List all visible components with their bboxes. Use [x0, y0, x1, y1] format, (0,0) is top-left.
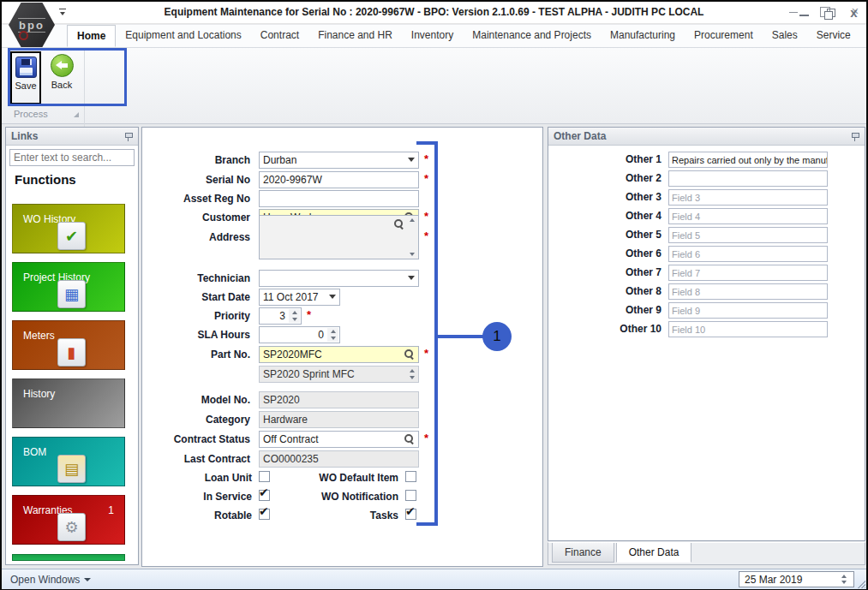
wo-notification-checkbox[interactable]: [405, 490, 416, 501]
field-start-date[interactable]: 11 Oct 2017: [259, 289, 340, 306]
field-asset-reg-no[interactable]: [259, 190, 419, 207]
other-4-field[interactable]: Field 4: [668, 208, 828, 224]
spinner-icons[interactable]: [289, 309, 300, 323]
spin-up-icon[interactable]: [292, 311, 297, 314]
form-row-contract-status: Contract StatusOff Contract*: [142, 430, 542, 448]
lookup-search-icon[interactable]: [404, 433, 415, 444]
other-data-row: Other 8Field 8: [548, 283, 865, 301]
function-button-history[interactable]: History: [12, 378, 125, 428]
other-9-field[interactable]: Field 9: [668, 302, 828, 319]
tab-finance-and-hr[interactable]: Finance and HR: [308, 25, 402, 47]
loan-unit-checkbox[interactable]: [259, 471, 270, 482]
lookup-search-icon[interactable]: [393, 218, 404, 229]
function-button-project-history[interactable]: Project History▦: [12, 262, 125, 312]
field-serial-no[interactable]: 2020-9967W: [259, 171, 419, 188]
field-sla-hours[interactable]: 0: [259, 326, 340, 343]
field-priority[interactable]: 3: [259, 307, 302, 325]
checkbox-row: Rotable✔Tasks✔: [142, 507, 542, 525]
document-close-icon[interactable]: x: [848, 8, 859, 19]
tab-contract[interactable]: Contract: [251, 25, 308, 47]
other-10-field[interactable]: Field 10: [668, 321, 828, 337]
tab-service[interactable]: Service: [807, 25, 860, 47]
function-button-label: Meters: [23, 330, 55, 342]
bpo-logo-text: bpo: [18, 18, 45, 33]
title-bar: Equipment Maintenance for Serial No : 20…: [2, 2, 866, 24]
field-value: 2020-9967W: [263, 174, 415, 186]
pin-icon[interactable]: [124, 132, 133, 141]
wo-default-item-checkbox[interactable]: [405, 471, 416, 482]
function-button-wo-history[interactable]: WO History✔: [12, 204, 125, 253]
chevron-down-icon[interactable]: [329, 295, 336, 299]
scroll-down-icon[interactable]: [410, 253, 415, 256]
tab-other-data[interactable]: Other Data: [616, 543, 692, 563]
last-contract-label: Last Contract: [113, 453, 250, 465]
spin-down-icon[interactable]: [410, 376, 415, 379]
form-row-asset-reg-no: Asset Reg No: [142, 189, 542, 207]
project-history-icon: ▦: [57, 280, 86, 308]
tab-inventory[interactable]: Inventory: [402, 25, 463, 47]
tab-sales[interactable]: Sales: [763, 25, 807, 47]
ribbon-tab-row: HomeEquipment and LocationsContractFinan…: [2, 25, 866, 48]
tab-maintenance-and-projects[interactable]: Maintenance and Projects: [463, 25, 601, 47]
other-5-field[interactable]: Field 5: [668, 227, 828, 243]
back-button[interactable]: Back: [46, 51, 77, 104]
spinner-icons[interactable]: [327, 328, 338, 342]
other-2-field[interactable]: [668, 170, 828, 187]
rotable-checkbox[interactable]: ✔: [259, 509, 270, 520]
memo-scroll-icons[interactable]: [406, 217, 417, 258]
field-value: SP2020 Sprint MFC: [263, 368, 415, 380]
other-7-field[interactable]: Field 7: [668, 265, 828, 281]
document-restore-icon[interactable]: [823, 8, 835, 19]
tab-home[interactable]: Home: [67, 25, 116, 47]
quick-access-dropdown-icon[interactable]: [58, 9, 67, 17]
save-icon: [15, 57, 37, 78]
field-value: Hardware: [263, 414, 415, 426]
open-windows-button[interactable]: Open Windows: [10, 574, 91, 586]
form-row-model-no: Model No.SP2020: [142, 390, 542, 408]
function-button-bom[interactable]: BOM▤: [12, 437, 125, 486]
other-1-field[interactable]: Repairs carried out only by the manuf: [668, 152, 828, 168]
tab-equipment-and-locations[interactable]: Equipment and Locations: [116, 25, 250, 47]
back-icon: [51, 54, 74, 77]
tab-procurement[interactable]: Procurement: [685, 25, 763, 47]
status-date-editor[interactable]: 25 Mar 2019: [739, 571, 854, 587]
function-button-warranties[interactable]: Warranties1⚙: [12, 495, 125, 545]
other-field-placeholder: Field 9: [672, 306, 700, 316]
group-dialog-launcher-icon[interactable]: [74, 112, 79, 117]
field-branch[interactable]: Durban: [259, 152, 419, 169]
save-button[interactable]: Save: [10, 51, 41, 104]
chevron-down-icon[interactable]: [408, 276, 415, 280]
resize-grip[interactable]: [856, 579, 865, 588]
required-marker: *: [424, 229, 428, 242]
scroll-up-icon[interactable]: [410, 218, 415, 222]
annotation-bracket-vertical: [434, 141, 438, 526]
spin-down-icon[interactable]: [331, 337, 336, 340]
window-minimize-icon[interactable]: [787, 5, 799, 17]
document-minimize-icon[interactable]: [799, 8, 810, 19]
field-contract-status[interactable]: Off Contract: [259, 431, 419, 448]
partial-function-button[interactable]: [12, 554, 125, 561]
spin-up-icon[interactable]: [410, 369, 415, 372]
tab-finance[interactable]: Finance: [552, 543, 614, 563]
field-part-no[interactable]: SP2020MFC: [259, 346, 419, 363]
spin-up-icon[interactable]: [331, 330, 336, 333]
spin-down-icon[interactable]: [292, 318, 297, 321]
functions-heading: Functions: [15, 172, 76, 187]
lookup-search-icon[interactable]: [404, 349, 415, 360]
spinner-icons[interactable]: [406, 367, 417, 381]
chevron-down-icon[interactable]: [408, 158, 415, 162]
tasks-checkbox[interactable]: ✔: [405, 509, 416, 520]
tab-reporting[interactable]: Reporting: [860, 25, 868, 47]
date-spinner[interactable]: [840, 573, 848, 586]
field-address[interactable]: [259, 215, 419, 259]
in-service-checkbox[interactable]: ✔: [259, 490, 270, 501]
tab-manufacturing[interactable]: Manufacturing: [601, 25, 685, 47]
field-technician[interactable]: [259, 270, 419, 287]
other-data-row: Other 2: [548, 170, 865, 188]
other-3-field[interactable]: Field 3: [668, 189, 828, 206]
function-button-meters[interactable]: Meters▮: [12, 320, 125, 370]
sla-hours-label: SLA Hours: [113, 329, 250, 341]
other-6-field[interactable]: Field 6: [668, 246, 828, 262]
pin-icon[interactable]: [851, 132, 859, 141]
other-8-field[interactable]: Field 8: [668, 283, 828, 300]
